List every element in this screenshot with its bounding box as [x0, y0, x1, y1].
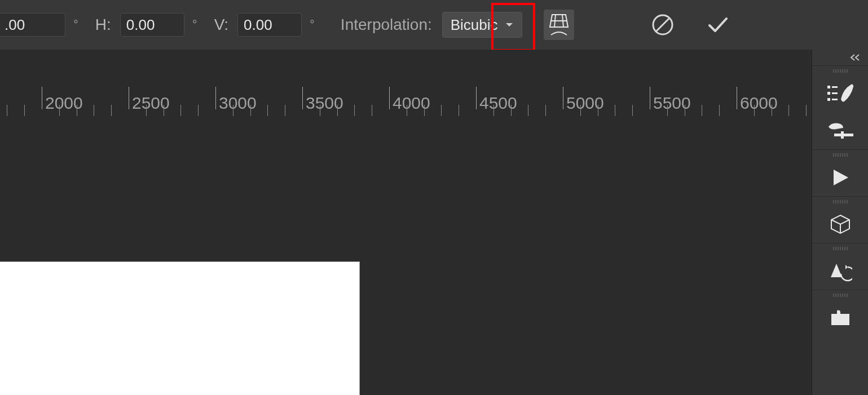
ruler-tick-minor	[285, 105, 285, 116]
v-skew-label: V:	[214, 16, 228, 34]
ruler-tick-minor	[545, 105, 546, 116]
degree-symbol: °	[310, 17, 315, 32]
ruler-tick-minor	[702, 105, 702, 116]
ruler-tick-minor	[615, 105, 615, 116]
ruler-tick-minor	[267, 105, 268, 116]
panel-gripper-icon[interactable]	[827, 153, 853, 157]
warp-icon	[548, 12, 570, 37]
shape-rotate-icon	[829, 260, 852, 282]
ruler-tick-major: 6000	[737, 87, 737, 116]
ruler-tick-minor	[180, 105, 181, 116]
v-skew-input[interactable]	[237, 13, 302, 37]
ruler-tick-major: 2000	[42, 87, 42, 116]
ruler-tick-minor	[146, 105, 147, 116]
ruler-tick-minor	[111, 105, 112, 116]
ruler-tick-minor	[354, 105, 355, 116]
ruler-tick-minor	[598, 105, 598, 116]
ruler-tick-minor	[667, 105, 668, 116]
ruler-tick-minor	[407, 105, 407, 116]
panel-gripper-icon[interactable]	[827, 69, 853, 73]
interpolation-dropdown[interactable]: Bicubic	[442, 12, 522, 38]
ruler-tick-minor	[164, 105, 164, 116]
chevron-down-icon	[505, 20, 514, 29]
ruler-tick-minor	[441, 105, 442, 116]
ruler-tick-minor	[250, 105, 251, 116]
warp-mode-button[interactable]	[544, 10, 574, 40]
double-chevron-left-icon	[849, 54, 861, 61]
ruler-tick-minor	[494, 105, 494, 116]
ruler-tick-minor	[59, 105, 60, 116]
document-canvas[interactable]	[0, 261, 360, 395]
canvas-area[interactable]: 200025003000350040004500500055006000	[0, 50, 812, 395]
rotate-angle-input[interactable]	[0, 13, 65, 37]
ruler-tick-minor	[806, 105, 807, 116]
svg-rect-9	[832, 92, 838, 94]
commit-transform-button[interactable]	[703, 10, 733, 40]
actions-panel-button[interactable]	[818, 159, 862, 196]
ruler-tick-major: 5000	[563, 87, 563, 116]
h-skew-label: H:	[95, 16, 111, 34]
checkmark-icon	[705, 12, 731, 38]
extensions-panel-button[interactable]	[818, 299, 862, 336]
panel-gripper-icon[interactable]	[827, 200, 853, 203]
h-skew-input[interactable]	[120, 13, 184, 37]
ruler-tick-minor	[424, 105, 425, 116]
degree-symbol: °	[73, 17, 78, 32]
ruler-tick-minor	[7, 105, 7, 116]
panel-slot	[812, 149, 868, 196]
panel-slot	[812, 65, 868, 149]
cube-icon	[829, 213, 852, 236]
ruler-tick-minor	[511, 105, 512, 116]
ruler-tick-minor	[788, 105, 789, 116]
ruler-tick-major: 4000	[389, 87, 390, 116]
svg-rect-8	[832, 86, 838, 88]
svg-rect-6	[827, 92, 830, 95]
puzzle-icon	[830, 309, 851, 326]
ruler-tick-major: 3500	[302, 87, 303, 116]
brush-list-icon	[826, 82, 854, 105]
brush-settings-panel-button[interactable]	[818, 112, 862, 149]
brushes-panel-button[interactable]	[818, 75, 862, 112]
expand-panels-button[interactable]	[812, 50, 868, 65]
ruler-tick-minor	[198, 105, 199, 116]
ruler-tick-minor	[719, 105, 720, 116]
ruler-tick-major: 2500	[129, 87, 129, 116]
ruler-tick-minor	[372, 105, 372, 116]
ruler-tick-minor	[320, 105, 320, 116]
panel-dock	[812, 50, 868, 395]
panel-slot	[812, 290, 868, 336]
ruler-tick-minor	[632, 105, 633, 116]
3d-panel-button[interactable]	[818, 206, 862, 243]
ruler-tick-major: 5500	[650, 87, 650, 116]
svg-rect-10	[832, 99, 838, 100]
interpolation-value: Bicubic	[451, 16, 498, 34]
ruler-tick-minor	[459, 105, 459, 116]
cancel-icon	[651, 13, 675, 37]
interpolation-label: Interpolation:	[341, 16, 432, 34]
svg-line-4	[656, 18, 669, 32]
properties-panel-button[interactable]	[818, 252, 862, 290]
panel-gripper-icon[interactable]	[827, 247, 853, 250]
options-toolbar: ° H: ° V: ° Interpolation: Bicubic	[0, 0, 868, 50]
svg-rect-5	[827, 86, 830, 88]
svg-rect-12	[841, 131, 844, 139]
degree-symbol: °	[192, 17, 197, 32]
ruler-tick-minor	[233, 105, 233, 116]
panel-gripper-icon[interactable]	[827, 294, 853, 297]
horizontal-ruler: 200025003000350040004500500055006000	[0, 87, 812, 116]
ruler-tick-minor	[685, 105, 685, 116]
ruler-tick-minor	[24, 105, 25, 116]
ruler-tick-minor	[337, 105, 338, 116]
ruler-tick-major: 4500	[476, 87, 477, 116]
brush-settings-icon	[826, 121, 854, 140]
ruler-tick-major: 3000	[215, 87, 216, 116]
svg-rect-7	[827, 98, 830, 101]
cancel-transform-button[interactable]	[647, 10, 678, 40]
ruler-tick-minor	[754, 105, 755, 116]
ruler-tick-minor	[94, 105, 94, 116]
panel-slot	[812, 196, 868, 243]
ruler-tick-minor	[580, 105, 581, 116]
play-icon	[830, 167, 851, 188]
ruler-tick-minor	[528, 105, 528, 116]
ruler-tick-minor	[77, 105, 77, 116]
